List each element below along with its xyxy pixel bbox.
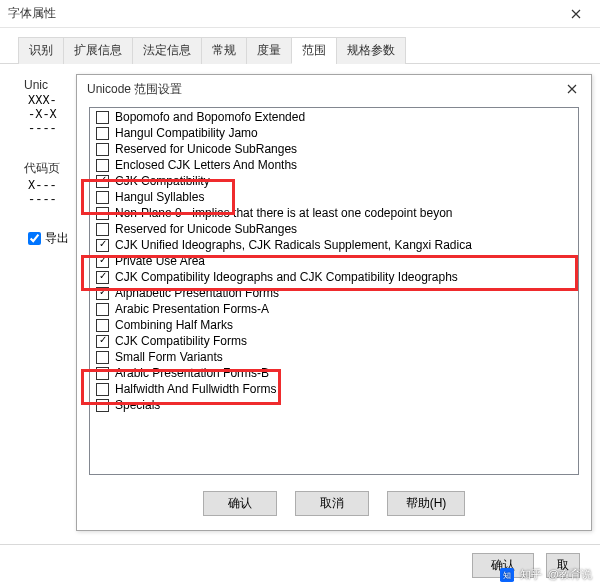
- range-item[interactable]: Combining Half Marks: [90, 317, 578, 333]
- close-icon: [567, 84, 577, 94]
- range-item-label: Reserved for Unicode SubRanges: [115, 142, 297, 156]
- checkbox-icon[interactable]: [96, 335, 109, 348]
- checkbox-icon[interactable]: [96, 127, 109, 140]
- tab-6[interactable]: 规格参数: [336, 37, 406, 64]
- codepage-label: 代码页: [24, 160, 84, 177]
- unicode-range-dialog: Unicode 范围设置 Bopomofo and Bopomofo Exten…: [76, 74, 592, 531]
- modal-close-button[interactable]: [559, 79, 585, 99]
- checkbox-icon[interactable]: [96, 367, 109, 380]
- checkbox-icon[interactable]: [96, 303, 109, 316]
- range-item-label: Specials: [115, 398, 160, 412]
- modal-title: Unicode 范围设置: [87, 81, 182, 98]
- parent-title: 字体属性: [8, 5, 56, 22]
- range-item-label: Hangul Syllables: [115, 190, 204, 204]
- tab-1[interactable]: 扩展信息: [63, 37, 133, 64]
- range-item-label: CJK Compatibility Ideographs and CJK Com…: [115, 270, 458, 284]
- range-item[interactable]: CJK Unified Ideographs, CJK Radicals Sup…: [90, 237, 578, 253]
- range-item[interactable]: Hangul Compatibility Jamo: [90, 125, 578, 141]
- tab-4[interactable]: 度量: [246, 37, 292, 64]
- export-checkbox[interactable]: [28, 232, 41, 245]
- watermark-handle: @教育说: [548, 567, 592, 582]
- tab-0[interactable]: 识别: [18, 37, 64, 64]
- range-item-label: Enclosed CJK Letters And Months: [115, 158, 297, 172]
- checkbox-icon[interactable]: [96, 239, 109, 252]
- zhihu-icon: 知: [500, 568, 514, 582]
- range-item-label: Non-Plane 0 - implies that there is at l…: [115, 206, 453, 220]
- tab-2[interactable]: 法定信息: [132, 37, 202, 64]
- unicode-label: Unic: [24, 78, 84, 92]
- watermark-site: 知乎: [520, 567, 542, 582]
- parent-close-button[interactable]: [560, 4, 592, 24]
- range-item[interactable]: CJK Compatibility Forms: [90, 333, 578, 349]
- checkbox-icon[interactable]: [96, 399, 109, 412]
- modal-button-row: 确认 取消 帮助(H): [77, 485, 591, 530]
- checkbox-icon[interactable]: [96, 143, 109, 156]
- export-label: 导出: [45, 230, 69, 247]
- range-item[interactable]: Private Use Area: [90, 253, 578, 269]
- checkbox-icon[interactable]: [96, 383, 109, 396]
- range-item[interactable]: Halfwidth And Fullwidth Forms: [90, 381, 578, 397]
- checkbox-icon[interactable]: [96, 191, 109, 204]
- tab-3[interactable]: 常规: [201, 37, 247, 64]
- range-item-label: Private Use Area: [115, 254, 205, 268]
- checkbox-icon[interactable]: [96, 207, 109, 220]
- range-item-label: Alphabetic Presentation Forms: [115, 286, 279, 300]
- range-item-label: CJK Unified Ideographs, CJK Radicals Sup…: [115, 238, 472, 252]
- range-item-label: Halfwidth And Fullwidth Forms: [115, 382, 276, 396]
- modal-help-button[interactable]: 帮助(H): [387, 491, 466, 516]
- checkbox-icon[interactable]: [96, 255, 109, 268]
- range-item-label: Arabic Presentation Forms-B: [115, 366, 269, 380]
- range-item[interactable]: Reserved for Unicode SubRanges: [90, 141, 578, 157]
- range-item[interactable]: Bopomofo and Bopomofo Extended: [90, 109, 578, 125]
- range-item-label: Arabic Presentation Forms-A: [115, 302, 269, 316]
- range-item[interactable]: Arabic Presentation Forms-B: [90, 365, 578, 381]
- range-item-label: Combining Half Marks: [115, 318, 233, 332]
- range-item[interactable]: Arabic Presentation Forms-A: [90, 301, 578, 317]
- range-item-label: Bopomofo and Bopomofo Extended: [115, 110, 305, 124]
- checkbox-icon[interactable]: [96, 351, 109, 364]
- range-item-label: CJK Compatibility: [115, 174, 210, 188]
- range-item-label: Small Form Variants: [115, 350, 223, 364]
- modal-cancel-button[interactable]: 取消: [295, 491, 369, 516]
- range-item[interactable]: Reserved for Unicode SubRanges: [90, 221, 578, 237]
- checkbox-icon[interactable]: [96, 175, 109, 188]
- range-item-label: Hangul Compatibility Jamo: [115, 126, 258, 140]
- range-item[interactable]: Enclosed CJK Letters And Months: [90, 157, 578, 173]
- close-icon: [571, 9, 581, 19]
- svg-text:知: 知: [503, 570, 511, 579]
- watermark: 知 知乎 @教育说: [500, 567, 592, 582]
- checkbox-icon[interactable]: [96, 111, 109, 124]
- checkbox-icon[interactable]: [96, 223, 109, 236]
- range-item-label: CJK Compatibility Forms: [115, 334, 247, 348]
- parent-titlebar: 字体属性: [0, 0, 600, 28]
- modal-titlebar: Unicode 范围设置: [77, 75, 591, 103]
- range-listbox[interactable]: Bopomofo and Bopomofo ExtendedHangul Com…: [89, 107, 579, 475]
- checkbox-icon[interactable]: [96, 287, 109, 300]
- range-item[interactable]: Small Form Variants: [90, 349, 578, 365]
- range-item[interactable]: CJK Compatibility: [90, 173, 578, 189]
- range-item[interactable]: Non-Plane 0 - implies that there is at l…: [90, 205, 578, 221]
- range-item[interactable]: Specials: [90, 397, 578, 413]
- tab-bar: 识别扩展信息法定信息常规度量范围规格参数: [0, 28, 600, 64]
- checkbox-icon[interactable]: [96, 271, 109, 284]
- checkbox-icon[interactable]: [96, 159, 109, 172]
- checkbox-icon[interactable]: [96, 319, 109, 332]
- range-item[interactable]: Alphabetic Presentation Forms: [90, 285, 578, 301]
- modal-ok-button[interactable]: 确认: [203, 491, 277, 516]
- range-item-label: Reserved for Unicode SubRanges: [115, 222, 297, 236]
- range-item[interactable]: CJK Compatibility Ideographs and CJK Com…: [90, 269, 578, 285]
- tab-5[interactable]: 范围: [291, 37, 337, 64]
- range-item[interactable]: Hangul Syllables: [90, 189, 578, 205]
